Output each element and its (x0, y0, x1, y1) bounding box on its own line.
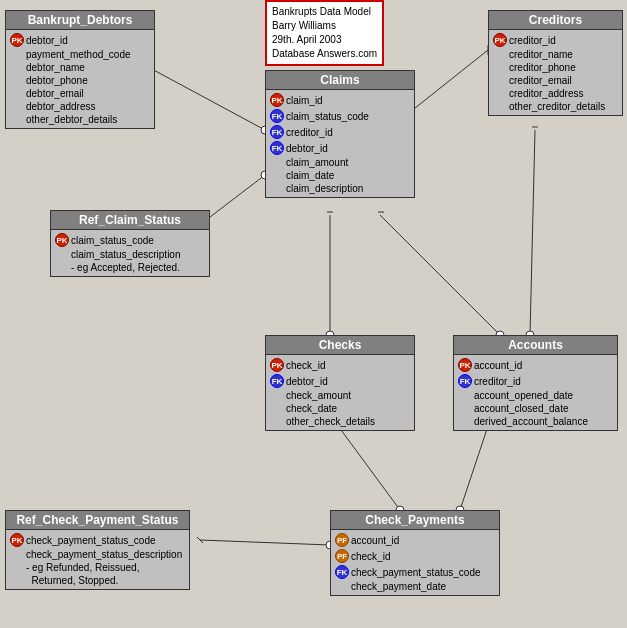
svg-line-8 (200, 540, 330, 545)
table-fields-bankrupt-debtors: PK debtor_id payment_method_code debtor_… (6, 30, 154, 128)
field-row: PK account_id (458, 357, 613, 373)
field-row: claim_date (270, 169, 410, 182)
field-row: account_closed_date (458, 402, 613, 415)
field-name: creditor_email (509, 75, 572, 86)
field-name: check_date (286, 403, 337, 414)
field-row: debtor_phone (10, 74, 150, 87)
pk-badge: PK (55, 233, 69, 247)
field-row: PK check_payment_status_code (10, 532, 185, 548)
field-row: FK claim_status_code (270, 108, 410, 124)
table-ref-claim-status: Ref_Claim_Status PK claim_status_code cl… (50, 210, 210, 277)
table-fields-claims: PK claim_id FK claim_status_code FK cred… (266, 90, 414, 197)
field-row: account_opened_date (458, 389, 613, 402)
field-name: other_check_details (286, 416, 375, 427)
field-name: check_payment_status_description (26, 549, 182, 560)
field-name: check_id (351, 551, 390, 562)
pk-badge: PK (10, 33, 24, 47)
field-name: creditor_phone (509, 62, 576, 73)
field-name: claim_status_code (286, 111, 369, 122)
pk-badge: PK (270, 358, 284, 372)
field-name: derived_account_balance (474, 416, 588, 427)
fk-badge: FK (458, 374, 472, 388)
field-name: debtor_id (286, 143, 328, 154)
field-row: claim_amount (270, 156, 410, 169)
field-row: derived_account_balance (458, 415, 613, 428)
field-name: - eg Refunded, Reissued, (26, 562, 139, 573)
field-name: claim_date (286, 170, 334, 181)
field-name: account_id (351, 535, 399, 546)
field-row: debtor_email (10, 87, 150, 100)
pk-badge: PK (10, 533, 24, 547)
field-name: Returned, Stopped. (26, 575, 118, 586)
field-row: Returned, Stopped. (10, 574, 185, 587)
table-checks: Checks PK check_id FK debtor_id check_am… (265, 335, 415, 431)
table-ref-check-payment-status: Ref_Check_Payment_Status PK check_paymen… (5, 510, 190, 590)
field-name: other_creditor_details (509, 101, 605, 112)
field-name: creditor_id (474, 376, 521, 387)
fk-badge: FK (335, 565, 349, 579)
field-row: creditor_address (493, 87, 618, 100)
table-title-bankrupt-debtors: Bankrupt_Debtors (6, 11, 154, 30)
fk-badge: FK (270, 141, 284, 155)
field-row: claim_status_description (55, 248, 205, 261)
fk-badge: FK (270, 374, 284, 388)
note-box: Bankrupts Data Model Barry Williams 29th… (265, 0, 384, 66)
field-row: other_check_details (270, 415, 410, 428)
svg-line-26 (197, 537, 203, 543)
table-title-ref-check-payment-status: Ref_Check_Payment_Status (6, 511, 189, 530)
field-row: check_payment_status_description (10, 548, 185, 561)
field-name: other_debtor_details (26, 114, 117, 125)
field-row: FK check_payment_status_code (335, 564, 495, 580)
field-name: check_payment_date (351, 581, 446, 592)
field-name: debtor_id (286, 376, 328, 387)
field-name: creditor_address (509, 88, 583, 99)
field-name: account_id (474, 360, 522, 371)
note-title: Bankrupts Data Model (272, 6, 371, 17)
field-row: other_debtor_details (10, 113, 150, 126)
field-name: account_opened_date (474, 390, 573, 401)
field-name: debtor_name (26, 62, 85, 73)
field-row: creditor_email (493, 74, 618, 87)
pf-badge: PF (335, 549, 349, 563)
diagram-canvas: Bankrupts Data Model Barry Williams 29th… (0, 0, 627, 628)
field-name: debtor_id (26, 35, 68, 46)
field-row: PK creditor_id (493, 32, 618, 48)
table-title-creditors: Creditors (489, 11, 622, 30)
table-fields-creditors: PK creditor_id creditor_name creditor_ph… (489, 30, 622, 115)
pf-badge: PF (335, 533, 349, 547)
field-row: PK check_id (270, 357, 410, 373)
table-creditors: Creditors PK creditor_id creditor_name c… (488, 10, 623, 116)
field-row: PK claim_status_code (55, 232, 205, 248)
field-name: claim_id (286, 95, 323, 106)
pk-badge: PK (493, 33, 507, 47)
svg-line-4 (380, 215, 500, 335)
field-name: debtor_address (26, 101, 96, 112)
note-date: 29th. April 2003 (272, 34, 342, 45)
field-row: check_amount (270, 389, 410, 402)
table-fields-accounts: PK account_id FK creditor_id account_ope… (454, 355, 617, 430)
field-row: FK creditor_id (458, 373, 613, 389)
field-row: FK debtor_id (270, 373, 410, 389)
field-row: PF account_id (335, 532, 495, 548)
field-name: creditor_id (286, 127, 333, 138)
field-name: creditor_name (509, 49, 573, 60)
table-bankrupt-debtors: Bankrupt_Debtors PK debtor_id payment_me… (5, 10, 155, 129)
svg-line-5 (530, 130, 535, 335)
field-name: check_amount (286, 390, 351, 401)
field-name: debtor_email (26, 88, 84, 99)
pk-badge: PK (270, 93, 284, 107)
field-row: debtor_name (10, 61, 150, 74)
field-name: claim_description (286, 183, 363, 194)
fk-badge: FK (270, 109, 284, 123)
field-name: check_payment_status_code (351, 567, 481, 578)
fk-badge: FK (270, 125, 284, 139)
field-row: PK claim_id (270, 92, 410, 108)
field-name: check_id (286, 360, 325, 371)
table-fields-check-payments: PF account_id PF check_id FK check_payme… (331, 530, 499, 595)
field-row: other_creditor_details (493, 100, 618, 113)
table-check-payments: Check_Payments PF account_id PF check_id… (330, 510, 500, 596)
field-name: claim_amount (286, 157, 348, 168)
field-row: FK creditor_id (270, 124, 410, 140)
field-name: claim_status_description (71, 249, 181, 260)
table-title-check-payments: Check_Payments (331, 511, 499, 530)
